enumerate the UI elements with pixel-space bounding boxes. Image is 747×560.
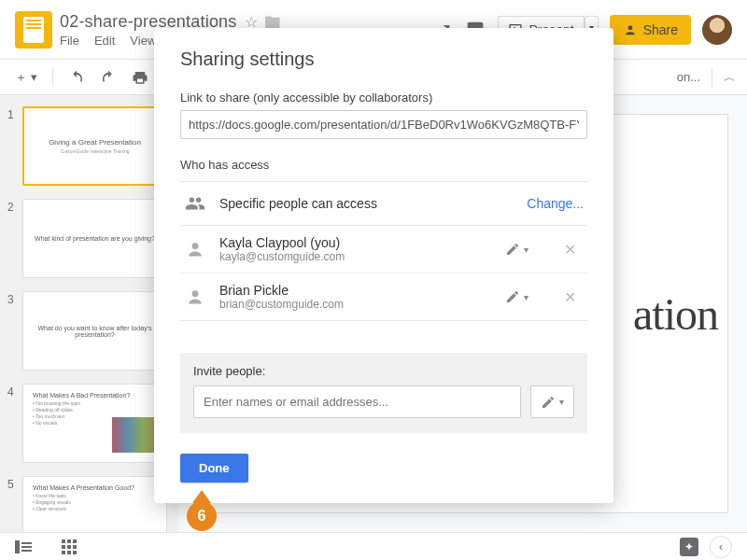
link-share-label: Link to share (only accessible by collab… <box>180 91 587 105</box>
svg-point-16 <box>192 290 199 297</box>
invite-permission-dropdown[interactable]: ▾ <box>530 385 574 418</box>
share-link-input[interactable] <box>180 110 587 139</box>
invite-section: Invite people: ▾ <box>180 353 587 433</box>
done-button[interactable]: Done <box>180 454 248 483</box>
person-row: Kayla Claypool (you) kayla@customguide.c… <box>180 226 587 273</box>
person-icon <box>184 238 206 260</box>
permission-dropdown[interactable]: ▾ <box>501 286 532 308</box>
permission-dropdown[interactable]: ▾ <box>501 238 532 260</box>
invite-label: Invite people: <box>193 364 574 378</box>
callout-number: 6 <box>187 501 217 531</box>
remove-person-button[interactable]: ✕ <box>557 285 584 310</box>
svg-point-15 <box>192 243 199 249</box>
person-name: Kayla Claypool (you) <box>219 235 488 250</box>
sharing-settings-dialog: Sharing settings Link to share (only acc… <box>154 28 613 503</box>
access-text: Specific people can access <box>219 196 514 211</box>
change-access-link[interactable]: Change... <box>527 196 584 211</box>
person-row: Brian Pickle brian@customguide.com ▾ ✕ <box>180 273 587 321</box>
person-email: brian@customguide.com <box>219 298 488 311</box>
people-icon <box>184 193 206 214</box>
person-name: Brian Pickle <box>219 283 488 298</box>
access-summary-row: Specific people can access Change... <box>180 181 587 226</box>
tutorial-callout: 6 <box>187 490 217 529</box>
remove-person-button[interactable]: ✕ <box>557 237 584 262</box>
invite-input[interactable] <box>193 385 521 418</box>
person-email: kayla@customguide.com <box>219 250 488 263</box>
dialog-title: Sharing settings <box>180 49 587 70</box>
person-icon <box>184 286 206 308</box>
who-has-access-label: Who has access <box>180 158 587 172</box>
